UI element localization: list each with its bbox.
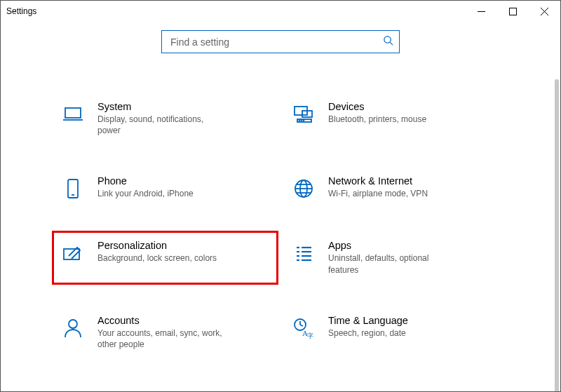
laptop-icon: [61, 102, 85, 126]
tile-personalization[interactable]: Personalization Background, lock screen,…: [57, 236, 273, 279]
tile-desc: Display, sound, notifications, power: [97, 114, 224, 136]
tile-title: Phone: [97, 175, 194, 187]
tile-desc: Speech, region, date: [328, 327, 408, 339]
tile-phone[interactable]: Phone Link your Android, iPhone: [57, 171, 273, 205]
titlebar: Settings: [1, 1, 560, 22]
person-icon: [61, 316, 85, 340]
tile-time[interactable]: A 字 Time & Language Speech, region, date: [288, 311, 504, 354]
svg-rect-6: [65, 108, 81, 118]
tile-title: Apps: [328, 240, 454, 251]
svg-line-5: [390, 42, 393, 45]
close-button[interactable]: [529, 1, 560, 22]
svg-rect-1: [510, 8, 517, 15]
tile-text: Phone Link your Android, iPhone: [97, 175, 194, 199]
svg-point-11: [299, 121, 300, 121]
content-area: System Display, sound, notifications, po…: [1, 22, 560, 391]
tile-desc: Uninstall, defaults, optional features: [328, 252, 454, 275]
tile-text: Devices Bluetooth, printers, mouse: [328, 101, 426, 125]
tile-title: Time & Language: [328, 315, 408, 326]
tile-devices[interactable]: Devices Bluetooth, printers, mouse: [288, 97, 504, 140]
search-container: [1, 22, 560, 58]
tile-text: Time & Language Speech, region, date: [328, 315, 408, 339]
tile-network[interactable]: Network & Internet Wi-Fi, airplane mode,…: [288, 171, 504, 205]
tile-title: Accounts: [97, 315, 224, 326]
personalization-icon: [61, 241, 85, 265]
svg-point-12: [302, 121, 302, 121]
svg-point-13: [304, 121, 304, 121]
tile-desc: Background, lock screen, colors: [97, 252, 217, 264]
tile-desc: Link your Android, iPhone: [97, 188, 194, 199]
tile-text: Network & Internet Wi-Fi, airplane mode,…: [328, 175, 428, 199]
tile-system[interactable]: System Display, sound, notifications, po…: [57, 97, 273, 140]
tile-apps[interactable]: Apps Uninstall, defaults, optional featu…: [288, 236, 504, 279]
tile-title: Devices: [328, 101, 426, 112]
tile-desc: Your accounts, email, sync, work, other …: [97, 327, 224, 350]
minimize-button[interactable]: [466, 1, 497, 22]
globe-icon: [292, 177, 316, 201]
settings-grid: System Display, sound, notifications, po…: [1, 58, 560, 368]
vertical-scrollbar[interactable]: [555, 79, 559, 391]
tile-desc: Wi-Fi, airplane mode, VPN: [328, 188, 428, 199]
apps-icon: [292, 241, 316, 265]
phone-icon: [61, 177, 85, 201]
tile-text: Apps Uninstall, defaults, optional featu…: [328, 240, 454, 275]
svg-point-4: [384, 36, 391, 43]
search-input[interactable]: [169, 36, 383, 48]
window-title: Settings: [6, 6, 36, 16]
search-box[interactable]: [161, 30, 400, 53]
tile-text: Personalization Background, lock screen,…: [97, 240, 217, 264]
svg-text:字: 字: [307, 332, 313, 339]
svg-point-31: [69, 320, 77, 328]
tile-title: Personalization: [97, 240, 217, 251]
svg-line-34: [300, 325, 303, 326]
window-controls: [466, 1, 560, 22]
tile-title: System: [97, 101, 224, 112]
tile-text: Accounts Your accounts, email, sync, wor…: [97, 315, 224, 350]
maximize-button[interactable]: [497, 1, 529, 22]
tile-title: Network & Internet: [328, 175, 428, 187]
tile-text: System Display, sound, notifications, po…: [97, 101, 224, 136]
time-language-icon: A 字: [292, 316, 316, 340]
settings-window: Settings: [0, 0, 561, 392]
tile-accounts[interactable]: Accounts Your accounts, email, sync, wor…: [57, 311, 273, 354]
search-icon: [383, 35, 393, 48]
devices-icon: [292, 102, 316, 126]
tile-desc: Bluetooth, printers, mouse: [328, 114, 426, 125]
